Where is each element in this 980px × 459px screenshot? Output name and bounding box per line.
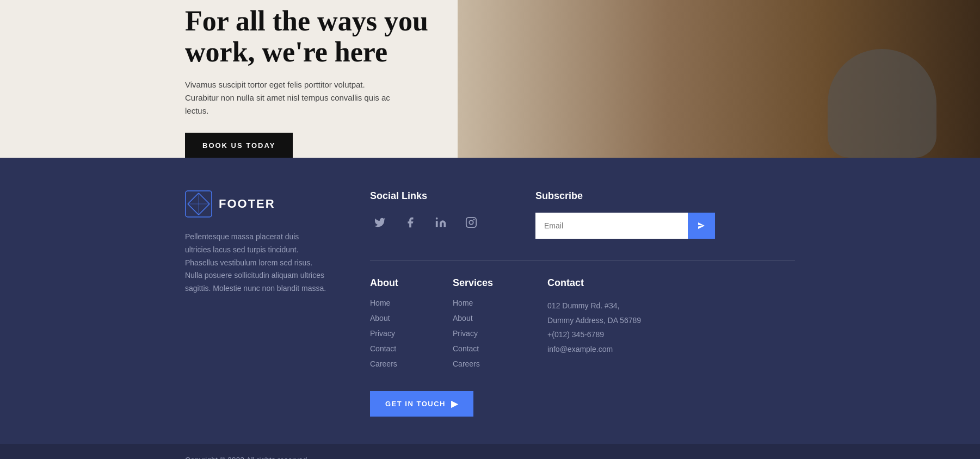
subscribe-form	[535, 213, 795, 239]
footer-logo: FOOTER	[185, 190, 326, 218]
about-nav-privacy[interactable]: Privacy	[370, 329, 398, 338]
services-nav-column: Services Home About Privacy Contact Care…	[453, 277, 493, 375]
services-nav-title: Services	[453, 277, 493, 289]
hero-section: For all the ways you work, we're here Vi…	[0, 0, 980, 158]
svg-line-1	[188, 193, 199, 204]
about-nav-title: About	[370, 277, 398, 289]
svg-line-4	[199, 204, 209, 215]
footer: FOOTER Pellentesque massa placerat duis …	[0, 158, 980, 459]
instagram-icon[interactable]	[461, 213, 481, 232]
email-input[interactable]	[535, 213, 688, 239]
get-in-touch-row: GET IN TOUCH ▶	[370, 391, 795, 417]
services-nav-privacy[interactable]: Privacy	[453, 329, 493, 338]
book-us-today-button[interactable]: BOOK US TODAY	[185, 133, 293, 158]
footer-brand-column: FOOTER Pellentesque massa placerat duis …	[185, 190, 326, 417]
get-in-touch-button[interactable]: GET IN TOUCH ▶	[370, 391, 473, 417]
subscribe-title: Subscribe	[535, 190, 795, 202]
footer-divider	[370, 260, 795, 261]
hero-image	[458, 0, 980, 158]
contact-title: Contact	[547, 277, 641, 289]
about-nav-home[interactable]: Home	[370, 299, 398, 307]
contact-address-line2: Dummy Address, DA 56789	[547, 313, 641, 328]
svg-point-9	[469, 220, 473, 224]
contact-address-line1: 012 Dummy Rd. #34,	[547, 299, 641, 313]
subscribe-button[interactable]	[688, 213, 715, 239]
footer-nav-row: About Home About Privacy Contact Careers…	[370, 277, 795, 375]
footer-brand-description: Pellentesque massa placerat duis ultrici…	[185, 231, 326, 295]
subscribe-section: Subscribe	[535, 190, 795, 239]
footer-top-row: Social Links	[370, 190, 795, 239]
twitter-icon[interactable]	[370, 213, 390, 232]
svg-line-2	[199, 193, 209, 204]
contact-email: info@example.com	[547, 342, 641, 357]
social-icons-container	[370, 213, 481, 232]
facebook-icon[interactable]	[400, 213, 420, 232]
services-nav-about[interactable]: About	[453, 314, 493, 322]
get-in-touch-label: GET IN TOUCH	[385, 400, 446, 408]
about-nav-careers[interactable]: Careers	[370, 359, 398, 368]
social-links-section: Social Links	[370, 190, 481, 239]
copyright-text: Copyright © 2023 All rights reserved.	[185, 456, 795, 459]
hero-title: For all the ways you work, we're here	[185, 5, 430, 67]
send-icon	[697, 221, 706, 231]
logo-icon	[185, 190, 212, 218]
about-nav-contact[interactable]: Contact	[370, 344, 398, 353]
social-links-title: Social Links	[370, 190, 481, 202]
arrow-right-icon: ▶	[451, 399, 459, 409]
about-nav-column: About Home About Privacy Contact Careers	[370, 277, 398, 375]
contact-info: 012 Dummy Rd. #34, Dummy Address, DA 567…	[547, 299, 641, 356]
footer-content-area: Social Links	[370, 190, 795, 417]
svg-point-7	[436, 218, 438, 220]
contact-phone: +(012) 345-6789	[547, 327, 641, 342]
svg-rect-8	[466, 218, 476, 227]
services-nav-home[interactable]: Home	[453, 299, 493, 307]
linkedin-icon[interactable]	[431, 213, 451, 232]
footer-logo-text: FOOTER	[219, 197, 275, 211]
about-nav-about[interactable]: About	[370, 314, 398, 322]
services-nav-contact[interactable]: Contact	[453, 344, 493, 353]
services-nav-careers[interactable]: Careers	[453, 359, 493, 368]
svg-point-10	[473, 219, 475, 221]
hero-content: For all the ways you work, we're here Vi…	[185, 0, 430, 158]
svg-line-3	[188, 204, 199, 215]
footer-main: FOOTER Pellentesque massa placerat duis …	[0, 158, 980, 444]
footer-bottom: Copyright © 2023 All rights reserved.	[0, 444, 980, 459]
contact-column: Contact 012 Dummy Rd. #34, Dummy Address…	[547, 277, 641, 375]
hero-subtitle: Vivamus suscipit tortor eget felis portt…	[185, 78, 397, 117]
